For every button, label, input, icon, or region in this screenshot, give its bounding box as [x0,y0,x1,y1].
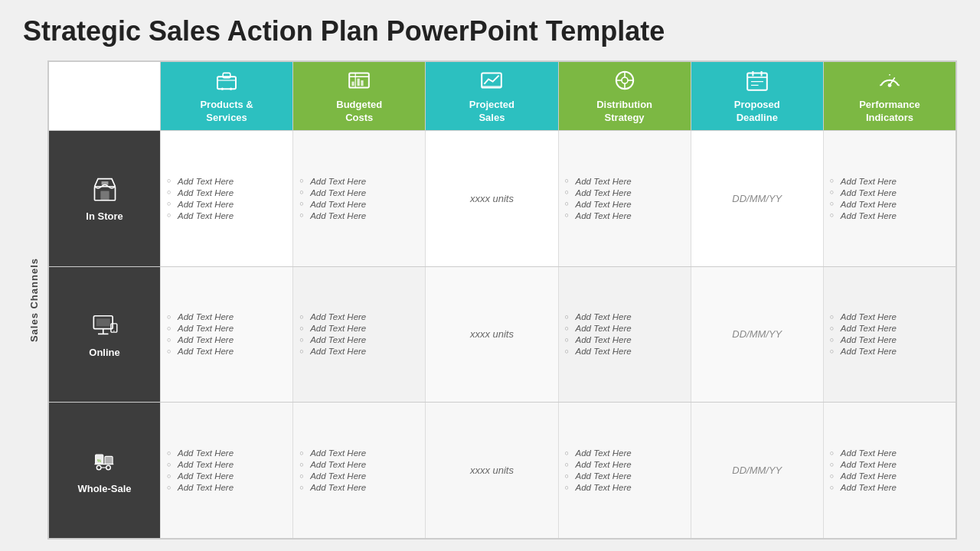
cell-online-costs[interactable]: Add Text HereAdd Text HereAdd Text HereA… [292,267,425,403]
row-label-cell-in-store: In Store [49,131,160,266]
sales-channels-label: Sales Channels [28,258,40,342]
list-item[interactable]: Add Text Here [299,471,419,482]
col-header-deadline: Proposed Deadline [691,62,823,130]
list-item[interactable]: Add Text Here [167,482,286,494]
list-item[interactable]: Add Text Here [167,175,286,187]
bullet-list-in-store-costs: Add Text HereAdd Text HereAdd Text HereA… [299,175,419,221]
list-item[interactable]: Add Text Here [565,175,684,187]
list-item[interactable]: Add Text Here [167,346,286,357]
list-item[interactable]: Add Text Here [167,459,286,471]
bullet-list-in-store-distribution: Add Text HereAdd Text HereAdd Text HereA… [565,175,684,221]
list-item[interactable]: Add Text Here [565,482,684,494]
list-item[interactable]: Add Text Here [299,323,419,334]
list-item[interactable]: Add Text Here [167,323,286,334]
sales-value: xxxx units [470,328,514,340]
col-header-label-deadline: Proposed Deadline [734,99,780,124]
list-item[interactable]: Add Text Here [167,334,286,346]
header-row: Products & Services Budgeted Costs Proje… [49,62,956,130]
list-item[interactable]: Add Text Here [167,187,286,198]
cell-in-store-sales[interactable]: xxxx units [425,131,557,266]
list-item[interactable]: Add Text Here [299,175,419,187]
list-item[interactable]: Add Text Here [565,334,684,346]
list-item[interactable]: Add Text Here [299,346,419,357]
list-item[interactable]: Add Text Here [830,323,949,334]
col-header-label-costs: Budgeted Costs [336,99,382,124]
list-item[interactable]: Add Text Here [830,346,949,357]
list-item[interactable]: Add Text Here [299,210,419,221]
cell-in-store-deadline[interactable]: DD/MM/YY [691,131,823,266]
list-item[interactable]: Add Text Here [167,471,286,482]
bullet-list-in-store-products: Add Text HereAdd Text HereAdd Text HereA… [167,175,286,221]
cell-wholesale-costs[interactable]: Add Text HereAdd Text HereAdd Text HereA… [292,403,425,538]
cell-wholesale-products[interactable]: Add Text HereAdd Text HereAdd Text HereA… [160,403,292,538]
list-item[interactable]: Add Text Here [167,311,286,323]
bullet-list-online-costs: Add Text HereAdd Text HereAdd Text HereA… [299,311,419,357]
bullet-list-online-distribution: Add Text HereAdd Text HereAdd Text HereA… [565,311,684,357]
list-item[interactable]: Add Text Here [565,448,684,459]
list-item[interactable]: Add Text Here [830,482,949,494]
list-item[interactable]: Add Text Here [299,187,419,198]
data-row-wholesale: % Whole-SaleAdd Text HereAdd Text HereAd… [49,402,956,538]
list-item[interactable]: Add Text Here [830,210,949,221]
list-item[interactable]: Add Text Here [830,198,949,210]
col-header-label-distribution: Distribution Strategy [596,99,652,124]
cell-wholesale-distribution[interactable]: Add Text HereAdd Text HereAdd Text HereA… [558,403,691,538]
list-item[interactable]: Add Text Here [565,346,684,357]
svg-rect-39 [105,456,113,464]
list-item[interactable]: Add Text Here [565,210,684,221]
list-item[interactable]: Add Text Here [830,471,949,482]
list-item[interactable]: Add Text Here [299,482,419,494]
svg-point-42 [96,465,101,470]
cell-online-performance[interactable]: Add Text HereAdd Text HereAdd Text HereA… [823,267,956,403]
list-item[interactable]: Add Text Here [299,448,419,459]
cell-wholesale-performance[interactable]: Add Text HereAdd Text HereAdd Text HereA… [823,403,956,538]
list-item[interactable]: Add Text Here [565,198,684,210]
date-value: DD/MM/YY [732,193,782,204]
cell-online-sales[interactable]: xxxx units [425,267,557,403]
list-item[interactable]: Add Text Here [565,311,684,323]
cell-wholesale-sales[interactable]: xxxx units [425,403,557,538]
cell-in-store-distribution[interactable]: Add Text HereAdd Text HereAdd Text HereA… [558,131,691,266]
list-item[interactable]: Add Text Here [299,459,419,471]
cell-in-store-products[interactable]: Add Text HereAdd Text HereAdd Text HereA… [160,131,292,266]
cell-in-store-performance[interactable]: Add Text HereAdd Text HereAdd Text HereA… [823,131,956,266]
list-item[interactable]: Add Text Here [565,459,684,471]
bullet-list-online-performance: Add Text HereAdd Text HereAdd Text HereA… [830,311,949,357]
sales-value: xxxx units [470,465,514,476]
sales-header-icon [479,68,504,96]
list-item[interactable]: Add Text Here [565,471,684,482]
cell-wholesale-deadline[interactable]: DD/MM/YY [691,403,823,538]
bullet-list-online-products: Add Text HereAdd Text HereAdd Text HereA… [167,311,286,357]
list-item[interactable]: Add Text Here [830,311,949,323]
row-label-text-in-store: In Store [86,210,122,222]
bullet-list-wholesale-products: Add Text HereAdd Text HereAdd Text HereA… [167,448,286,494]
list-item[interactable]: Add Text Here [565,187,684,198]
date-value: DD/MM/YY [732,328,782,340]
list-item[interactable]: Add Text Here [830,187,949,198]
wholesale-icon: % [91,447,119,478]
list-item[interactable]: Add Text Here [830,448,949,459]
col-header-label-sales: Projected Sales [469,99,514,124]
data-row-online: OnlineAdd Text HereAdd Text HereAdd Text… [49,266,956,403]
list-item[interactable]: Add Text Here [299,311,419,323]
list-item[interactable]: Add Text Here [565,323,684,334]
svg-point-3 [230,88,232,90]
list-item[interactable]: Add Text Here [830,175,949,187]
col-header-label-performance: Performance Indicators [859,99,920,124]
list-item[interactable]: Add Text Here [299,198,419,210]
list-item[interactable]: Add Text Here [167,210,286,221]
svg-point-43 [106,465,110,470]
sales-value: xxxx units [470,193,514,204]
list-item[interactable]: Add Text Here [830,334,949,346]
cell-in-store-costs[interactable]: Add Text HereAdd Text HereAdd Text HereA… [292,131,425,266]
list-item[interactable]: Add Text Here [167,448,286,459]
distribution-header-icon [612,68,637,96]
bullet-list-wholesale-costs: Add Text HereAdd Text HereAdd Text HereA… [299,448,419,494]
list-item[interactable]: Add Text Here [830,459,949,471]
cell-online-distribution[interactable]: Add Text HereAdd Text HereAdd Text HereA… [558,267,691,403]
cell-online-deadline[interactable]: DD/MM/YY [691,267,823,403]
row-label-cell-wholesale: % Whole-Sale [49,403,160,538]
list-item[interactable]: Add Text Here [299,334,419,346]
list-item[interactable]: Add Text Here [167,198,286,210]
cell-online-products[interactable]: Add Text HereAdd Text HereAdd Text HereA… [160,267,292,403]
